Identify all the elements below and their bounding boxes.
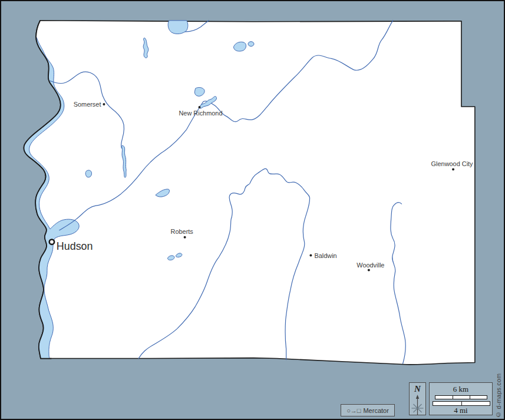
city-dot-roberts bbox=[184, 236, 186, 239]
circle-to-square-icon: ○→□ bbox=[346, 407, 361, 414]
city-label-new-richmond: New Richmond bbox=[179, 110, 222, 117]
county-map-image: Somerset New Richmond Hudson Roberts Bal… bbox=[1, 1, 504, 419]
city-dot-woodville bbox=[368, 269, 370, 271]
projection-box: ○→□ Mercator bbox=[341, 404, 395, 416]
map-canvas: Somerset New Richmond Hudson Roberts Bal… bbox=[0, 0, 505, 420]
lake-small-west bbox=[85, 170, 91, 177]
scale-mi-label: 4 mi bbox=[430, 406, 492, 415]
city-label-hudson: Hudson bbox=[57, 240, 93, 252]
city-dot-new-richmond bbox=[199, 106, 201, 108]
city-dot-somerset bbox=[103, 103, 105, 105]
city-marker-hudson bbox=[49, 240, 54, 244]
scale-km-label: 6 km bbox=[430, 385, 492, 393]
north-label: N bbox=[410, 384, 425, 394]
scale-box: 6 km 4 mi bbox=[429, 382, 493, 415]
city-dot-baldwin bbox=[309, 254, 312, 257]
copyright-text: © d-maps.com bbox=[493, 372, 504, 419]
county-shape bbox=[24, 21, 474, 365]
km-bar-tick bbox=[470, 396, 470, 399]
lake-pair-b bbox=[248, 42, 254, 47]
compass-box: N bbox=[409, 382, 426, 415]
city-dot-glenwood-city bbox=[452, 168, 454, 170]
lake-top bbox=[168, 21, 188, 34]
scale-bar-mi bbox=[433, 401, 490, 406]
city-label-woodville: Woodville bbox=[357, 262, 384, 269]
city-label-somerset: Somerset bbox=[74, 101, 101, 108]
city-label-roberts: Roberts bbox=[171, 228, 194, 235]
north-arrow-icon bbox=[410, 394, 425, 416]
projection-label: Mercator bbox=[363, 407, 388, 414]
km-bar-tick bbox=[453, 396, 453, 399]
city-label-baldwin: Baldwin bbox=[314, 252, 336, 259]
scale-bar-km bbox=[435, 395, 487, 399]
city-label-glenwood-city: Glenwood City bbox=[431, 160, 474, 167]
mi-bar-tick bbox=[461, 402, 462, 405]
